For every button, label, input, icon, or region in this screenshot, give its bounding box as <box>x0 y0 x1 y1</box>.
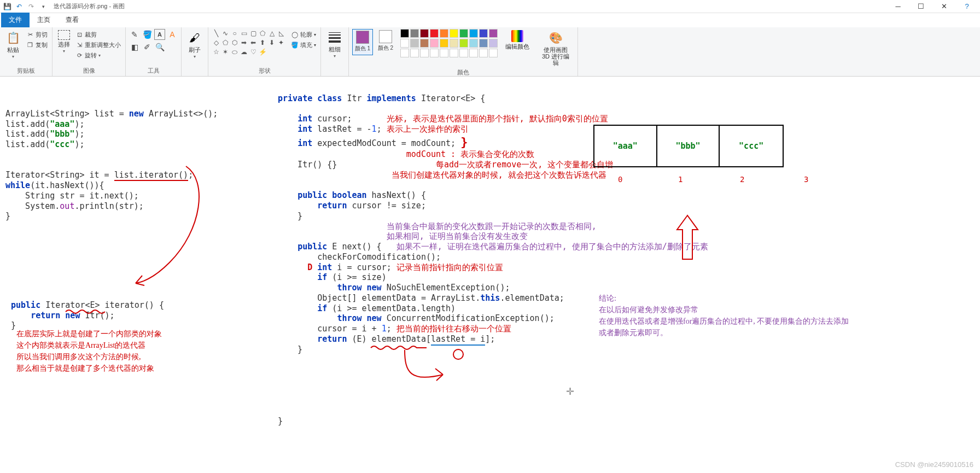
uarrow-shape-icon[interactable]: ⬆ <box>258 38 267 47</box>
color-swatch[interactable] <box>440 29 448 38</box>
callout3-shape-icon[interactable]: ♡ <box>249 48 258 56</box>
larrow-shape-icon[interactable]: ⬅ <box>249 38 258 47</box>
select-button[interactable]: 选择 ▾ <box>56 29 72 55</box>
tab-home[interactable]: 主页 <box>30 13 58 27</box>
star6-shape-icon[interactable]: ✶ <box>221 48 230 56</box>
color-swatch[interactable] <box>479 29 488 38</box>
window-controls: ─ ☐ ✕ ? <box>891 0 978 13</box>
color-swatch[interactable] <box>450 39 458 48</box>
array-cell-1: "bbb" <box>657 126 720 166</box>
color-swatch[interactable] <box>420 29 429 38</box>
color-swatch[interactable] <box>489 39 498 48</box>
rotate-button[interactable]: ⟳旋转 ▾ <box>74 51 122 60</box>
paste-button[interactable]: 📋 粘贴 ▾ <box>3 29 23 60</box>
outline-button[interactable]: ◯轮廓 ▾ <box>290 30 317 39</box>
outline-icon: ◯ <box>291 31 299 39</box>
color-swatch[interactable] <box>489 29 498 38</box>
color-swatch[interactable] <box>450 49 458 57</box>
paint3d-button[interactable]: 🎨 使用画图 3D 进行编辑 <box>537 29 574 67</box>
resize-button[interactable]: ⇲重新调整大小 <box>74 40 122 50</box>
color-swatch[interactable] <box>450 29 458 38</box>
maximize-button[interactable]: ☐ <box>914 0 928 13</box>
size-button[interactable]: 粗细 ▾ <box>324 29 345 60</box>
close-button[interactable]: ✕ <box>937 0 950 13</box>
color-swatch[interactable] <box>420 49 429 57</box>
eraser-tool-icon[interactable]: ◧ <box>129 42 140 52</box>
ribbon-group-colors: 颜色 1 颜色 2 编辑颜色 🎨 使用画图 3D 进行编辑 颜色 <box>349 27 578 76</box>
edit-colors-button[interactable]: 编辑颜色 <box>503 29 532 51</box>
color2-slot[interactable]: 颜色 2 <box>375 29 396 55</box>
color-swatch[interactable] <box>479 39 488 48</box>
curve-shape-icon[interactable]: ∿ <box>221 29 230 38</box>
shapes-gallery[interactable]: ╲ ∿ ○ ▭ ▢ ⬠ △ ◺ ◇ ⬠ ⬡ ➡ ⬅ ⬆ ⬇ ✦ ☆ ✶ ⬭ ☁ <box>212 29 285 56</box>
darrow-shape-icon[interactable]: ⬇ <box>267 38 276 47</box>
polygon-shape-icon[interactable]: ⬠ <box>258 29 267 38</box>
save-icon[interactable]: 💾 <box>2 2 12 11</box>
help-icon[interactable]: ? <box>960 0 973 13</box>
triangle-shape-icon[interactable]: △ <box>267 29 276 38</box>
minimize-button[interactable]: ─ <box>891 0 905 13</box>
crop-button[interactable]: ⊡裁剪 <box>74 30 122 39</box>
color-palette-row1[interactable] <box>400 29 498 38</box>
cut-button[interactable]: ✂剪切 <box>25 30 49 39</box>
lightning-shape-icon[interactable]: ⚡ <box>258 48 267 56</box>
line-shape-icon[interactable]: ╲ <box>212 29 220 38</box>
color-swatch[interactable] <box>479 49 488 57</box>
tab-view[interactable]: 查看 <box>58 13 86 27</box>
redo-icon[interactable]: ↷ <box>26 2 36 11</box>
note-left-block: 在底层实际上就是创建了一个内部类的对象 这个内部类就表示是ArrayList的迭… <box>16 328 162 374</box>
undo-icon[interactable]: ↶ <box>14 2 24 11</box>
magnify-tool-icon[interactable]: 🔍 <box>154 42 165 52</box>
color-swatch[interactable] <box>489 49 498 57</box>
color-swatch[interactable] <box>459 39 468 48</box>
color-swatch[interactable] <box>410 49 419 57</box>
color-swatch[interactable] <box>410 39 419 48</box>
color-swatch[interactable] <box>410 29 419 38</box>
color-swatch[interactable] <box>469 39 478 48</box>
tab-file[interactable]: 文件 <box>1 13 30 27</box>
ribbon-group-tools: ✎ 🪣 A A ◧ ✐ 🔍 工具 <box>126 27 182 76</box>
copy-button[interactable]: ❐复制 <box>25 40 49 50</box>
hexagon-shape-icon[interactable]: ⬡ <box>230 38 239 47</box>
brush-button[interactable]: 🖌 刷子 ▾ <box>185 29 205 60</box>
text-tool-icon[interactable]: A <box>154 29 165 40</box>
fill-button[interactable]: 🪣填充 ▾ <box>290 40 317 50</box>
rect-shape-icon[interactable]: ▭ <box>240 29 248 38</box>
array-index-1: 1 <box>678 175 682 184</box>
star4-shape-icon[interactable]: ✦ <box>277 38 285 47</box>
picker-tool-icon[interactable]: ✐ <box>142 42 153 52</box>
color-swatch[interactable] <box>400 49 409 57</box>
window-title: 迭代器源码分析.png - 画图 <box>54 2 125 10</box>
color-palette-row2[interactable] <box>400 39 498 48</box>
group-label-tools: 工具 <box>129 67 178 75</box>
rarrow-shape-icon[interactable]: ➡ <box>240 38 248 47</box>
highlight-tool-icon[interactable]: A <box>167 29 178 40</box>
color-swatch[interactable] <box>420 39 429 48</box>
color-swatch[interactable] <box>469 29 478 38</box>
canvas-area[interactable]: ArrayList<String> list = new ArrayList<>… <box>0 77 980 473</box>
color1-slot[interactable]: 颜色 1 <box>352 29 373 55</box>
pencil-tool-icon[interactable]: ✎ <box>129 29 140 40</box>
star5-shape-icon[interactable]: ☆ <box>212 48 220 56</box>
pentagon-shape-icon[interactable]: ⬠ <box>221 38 230 47</box>
color-swatch[interactable] <box>440 49 448 57</box>
qat-dropdown-icon[interactable]: ▾ <box>38 2 48 11</box>
color-swatch[interactable] <box>469 49 478 57</box>
color-swatch[interactable] <box>440 39 448 48</box>
fill-tool-icon[interactable]: 🪣 <box>142 29 153 40</box>
color-swatch[interactable] <box>430 29 439 38</box>
diamond-shape-icon[interactable]: ◇ <box>212 38 220 47</box>
crop-icon: ⊡ <box>75 31 83 39</box>
rtriangle-shape-icon[interactable]: ◺ <box>277 29 285 38</box>
color-swatch[interactable] <box>430 49 439 57</box>
color-swatch[interactable] <box>459 29 468 38</box>
roundrect-shape-icon[interactable]: ▢ <box>249 29 258 38</box>
color-swatch[interactable] <box>400 39 409 48</box>
color-palette-row3[interactable] <box>400 49 498 57</box>
color-swatch[interactable] <box>430 39 439 48</box>
oval-shape-icon[interactable]: ○ <box>230 29 239 38</box>
callout2-shape-icon[interactable]: ☁ <box>240 48 248 56</box>
color-swatch[interactable] <box>400 29 409 38</box>
color-swatch[interactable] <box>459 49 468 57</box>
callout1-shape-icon[interactable]: ⬭ <box>230 48 239 56</box>
